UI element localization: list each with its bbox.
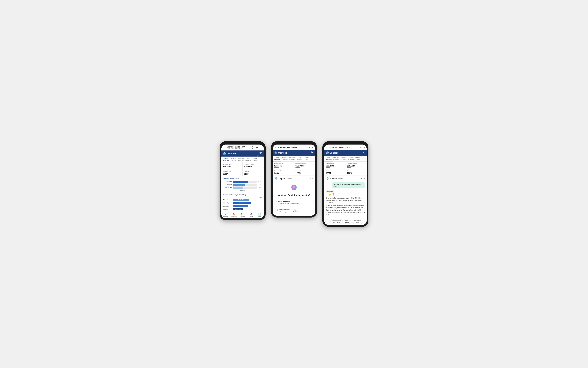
nav-bookmarks-1[interactable]: 🔖 Bookmarks (230, 213, 238, 217)
annotate-label-1: Annotate (223, 216, 228, 217)
svg-point-25 (327, 178, 328, 179)
phone-inner-1: ← Contoso Sales - WW ∨ Sales Overview (1… (221, 145, 264, 218)
chevron-icon-2[interactable]: ∨ (297, 147, 298, 148)
back-button-3[interactable]: ← (326, 146, 329, 149)
make-shorter-button-3[interactable]: Make itshorter (344, 219, 351, 224)
expand-icon-3[interactable]: ⤢ (360, 146, 362, 149)
bar-row-accessories: Accessories 42.0% (223, 186, 262, 189)
expand-icon-1[interactable]: ⛶ (252, 146, 254, 149)
tab-winloss-1[interactable]: Win/LossOverview (230, 156, 237, 162)
layers-icon-1[interactable] (256, 146, 258, 149)
contoso-logo-1: Contoso (223, 152, 236, 155)
phone-1: ← Contoso Sales - WW ∨ Sales Overview (1… (220, 141, 266, 220)
close-icon-3[interactable]: × (364, 146, 365, 149)
metric-qualified-pipeline-2: Qualified Pipeline $19.90M (294, 162, 315, 169)
uncover-subtitle-2: What insights should I look into? (277, 211, 311, 213)
copilot-header-icons-3: ⤢ × (360, 177, 365, 180)
filter-icon-1[interactable] (259, 152, 262, 155)
thumbdown-icon-3[interactable]: 👎 (332, 193, 335, 196)
screen-container: ← Contoso Sales - WW ∨ Sales Overview (1… (220, 141, 368, 227)
reset-label-1: Reset (250, 216, 253, 217)
closing-section-header-1: Closing Percentages (221, 176, 264, 180)
stacked-section-1: 100% 1-Qualify $7,912.02K 2-Develop $8,1… (221, 196, 264, 212)
chevron-icon-1[interactable]: ∨ (246, 146, 247, 148)
tab-trend-1[interactable]: TrendAnalytics (245, 156, 252, 162)
nav-tabs-3: SalesOverview Win/LossOverview Industrie… (324, 156, 367, 161)
bar-chart-1: Warranties 64.3% Devices 51.7% Accessori… (221, 180, 264, 193)
contoso-name-3: Contoso (329, 151, 338, 154)
pages-icon-1: 📄 (258, 213, 261, 216)
copilot-logo-3 (326, 177, 329, 180)
nav-tabs-2: SalesOverview Win/LossOverview Industrie… (273, 156, 315, 161)
copilot-expand-3[interactable]: ⤢ (360, 177, 362, 180)
tab-industries-2[interactable]: IndustriesOverview (289, 156, 296, 161)
tab-winloss-3[interactable]: Win/LossOverview (332, 156, 340, 161)
copilot-header-icons-2: ⤢ × (309, 177, 313, 180)
comments-icon-1: 💬 (241, 213, 244, 216)
summarize-report-button-3[interactable]: Summarize theentire report (330, 219, 343, 224)
metric-forecast-1: Forecast 122% (243, 170, 264, 176)
main-title-3: Contoso Sales - WW ∨ (329, 146, 359, 148)
svg-point-14 (311, 153, 312, 153)
copy-icon-3[interactable]: ⧉ (326, 193, 327, 196)
back-button-1[interactable]: ← (223, 146, 226, 149)
svg-rect-0 (256, 147, 258, 147)
nav-pages-1[interactable]: 📄 Pages (255, 213, 264, 217)
footnote-3-3: 3 (328, 214, 329, 216)
metric-forecast-3: Forecast 122% (345, 169, 367, 175)
summary-icon-2: ≡ (277, 200, 277, 202)
nav-comments-1[interactable]: 💬 Comments (238, 213, 247, 217)
tab-pipeline-1[interactable]: PipelineTrends (252, 156, 258, 162)
copilot-title-3: Copilot (330, 177, 337, 180)
comments-label-1: Comments (240, 216, 246, 217)
tab-industries-3[interactable]: IndustriesOverview (340, 156, 347, 161)
top-bar-icons-2: ⤢ × (309, 146, 313, 149)
expand-icon-2[interactable]: ⤢ (309, 146, 311, 149)
metric-revenue-goal-3: Revenue Goal $38M (324, 169, 345, 175)
contoso-bar-1: Contoso (221, 150, 264, 156)
tab-winloss-2[interactable]: Win/LossOverview (281, 156, 289, 161)
tab-trend-2[interactable]: TrendAnalytics (296, 156, 303, 161)
nav-annotate-1[interactable]: ✏ Annotate (221, 213, 230, 217)
title-area-3: Contoso Sales - WW ∨ (329, 146, 359, 148)
svg-point-18 (294, 187, 295, 188)
copilot-question-2: What can Copilot help you with? (278, 194, 310, 196)
suggestion-uncover-more-2[interactable]: 💡 Uncover more What insights should I lo… (275, 207, 313, 214)
back-button-2[interactable]: ← (275, 146, 277, 149)
tab-pipeline-3[interactable]: PipelineTrends (355, 156, 361, 161)
tab-pipeline-2[interactable]: PipelineTrends (303, 156, 310, 161)
tab-sales-overview-2[interactable]: SalesOverview (273, 156, 281, 161)
refresh-button-3[interactable]: ↻ (325, 219, 329, 223)
copilot-close-2[interactable]: × (312, 177, 313, 180)
quick-actions-3: ↻ Summarize theentire report Make itshor… (324, 218, 367, 225)
nav-reset-1[interactable]: ↺ Reset (247, 213, 255, 217)
bookmarks-label-1: Bookmarks (231, 216, 237, 217)
copilot-expand-2[interactable]: ⤢ (309, 177, 311, 180)
bar-row-warranties: Warranties 64.3% (223, 181, 262, 183)
footnote-1-3: 1 (332, 202, 333, 203)
metric-revenue-goal-1: Revenue Goal $38M (221, 170, 243, 176)
thumbup-icon-3[interactable]: 👍 (328, 193, 331, 196)
close-icon-2[interactable]: × (312, 146, 313, 149)
tab-sales-overview-3[interactable]: SalesOverview (325, 156, 332, 161)
filter-icon-2[interactable] (310, 151, 313, 155)
chevron-icon-3[interactable]: ∨ (349, 147, 350, 148)
phone-inner-2: ← Contoso Sales - WW ∨ ⤢ × Contoso (273, 145, 315, 216)
tab-trend-3[interactable]: TrendAnalytics (347, 156, 355, 161)
top-bar-1: ← Contoso Sales - WW ∨ Sales Overview (1… (221, 145, 264, 150)
filter-icon-3[interactable] (362, 151, 365, 155)
ai-response-3: AI generated ⧉ 👍 👎 Revenue for Contoso's… (326, 190, 365, 216)
tab-sales-overview-1[interactable]: SalesOverview (222, 156, 230, 162)
suggestion-get-summary-2[interactable]: ≡ Get a summary Give me an executive sum… (275, 199, 313, 206)
more-icon-1[interactable]: ⋮ (260, 146, 262, 149)
copilot-close-3[interactable]: × (364, 177, 365, 180)
report-title-1: Contoso Sales - WW (227, 146, 245, 148)
include-more-button-3[interactable]: Include moredetails (352, 219, 363, 224)
svg-rect-2 (256, 148, 258, 148)
main-title-2: Contoso Sales - WW ∨ (278, 146, 308, 148)
copilot-logo-2 (275, 177, 278, 180)
nav-tabs-1: SalesOverview Win/LossOverview Industrie… (221, 156, 264, 162)
tab-industries-1[interactable]: IndustriesOverview (237, 156, 245, 162)
report-title-2: Contoso Sales - WW (278, 146, 297, 148)
phone-3: ← Contoso Sales - WW ∨ ⤢ × Contoso (322, 141, 368, 227)
